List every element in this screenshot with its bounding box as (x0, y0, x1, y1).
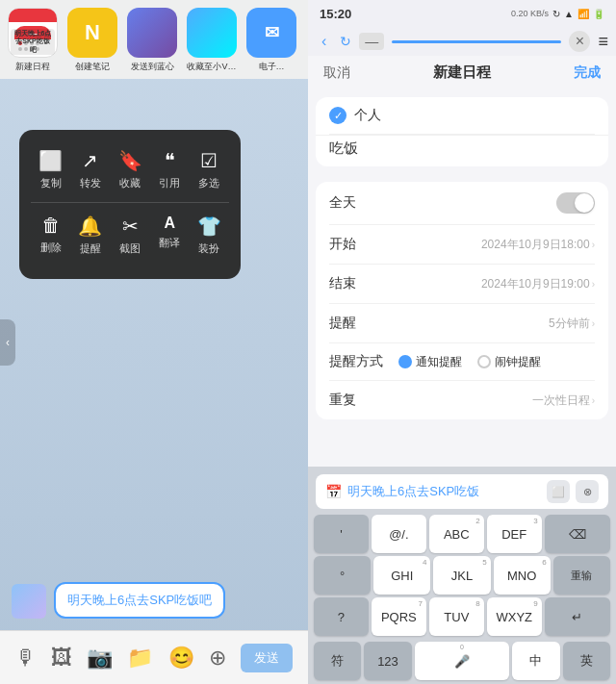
context-quote[interactable]: ❝ 引用 (150, 141, 190, 198)
refresh-small-icon[interactable]: ↻ (340, 34, 351, 49)
keyboard-input-bar: 📅 明天晚上6点去SKP吃饭 ⬜ ⊗ (316, 474, 608, 509)
shortcut-fluid[interactable]: 发送到蓝心 (125, 8, 179, 73)
forward-icon: ↗ (82, 149, 98, 172)
allday-toggle[interactable] (556, 192, 595, 214)
menu-divider (31, 202, 229, 203)
keyboard-close-btn[interactable]: ⊗ (576, 480, 599, 503)
back-icon[interactable]: ‹ (316, 31, 332, 52)
key-enter[interactable]: ↵ (545, 597, 610, 636)
key-wxyz[interactable]: 9 WXYZ (487, 597, 542, 636)
event-title-input[interactable] (329, 140, 595, 157)
context-remind[interactable]: 🔔 提醒 (70, 207, 110, 264)
keyboard-input-icon: 📅 (325, 484, 342, 499)
send-button[interactable]: 发送 (241, 644, 293, 672)
form-row-reminder[interactable]: 提醒 5分钟前 › (316, 304, 608, 342)
app-icons-row: — (6, 8, 302, 73)
key-at[interactable]: @/. (372, 515, 426, 553)
key-backspace[interactable]: ⌫ (545, 515, 610, 553)
radio-notification-label: 通知提醒 (416, 354, 462, 370)
repeat-label: 重复 (329, 392, 356, 409)
key-jkl[interactable]: 5 JKL (433, 556, 490, 595)
context-forward[interactable]: ↗ 转发 (70, 141, 110, 198)
repeat-value: 一次性日程 › (532, 393, 595, 409)
context-copy[interactable]: ⬜ 复制 (31, 141, 70, 198)
remind-label: 提醒 (80, 241, 101, 256)
close-icon[interactable]: × (569, 31, 590, 52)
key-apostrophe[interactable]: ' (314, 515, 369, 553)
multiselect-label: 多选 (198, 176, 219, 190)
shortcut-mail[interactable]: ✉ 电子… (244, 8, 298, 73)
title-input-row (316, 135, 608, 166)
radio-dot-empty (477, 355, 491, 368)
shortcut-calendar[interactable]: — (6, 8, 60, 73)
context-multiselect[interactable]: ☑ 多选 (190, 141, 229, 198)
form-title: 新建日程 (433, 63, 491, 82)
key-def[interactable]: 3 DEF (487, 515, 542, 553)
file-icon[interactable]: 📁 (127, 646, 153, 671)
key-retry[interactable]: 重输 (553, 556, 610, 595)
key-english[interactable]: 英 (563, 642, 610, 680)
delete-icon: 🗑 (41, 215, 61, 237)
form-category-section: ✓ 个人 (316, 97, 608, 166)
key-pqrs[interactable]: 7 PQRS (372, 597, 426, 636)
shortcut-blue-circle[interactable]: 收藏至小V… (185, 8, 239, 73)
keyboard-square-btn[interactable]: ⬜ (547, 480, 570, 503)
allday-label: 全天 (329, 194, 356, 212)
shortcut-notes[interactable]: N 创建笔记 (65, 8, 119, 73)
context-favorite[interactable]: 🔖 收藏 (110, 141, 149, 198)
image-icon[interactable]: 🖼 (51, 646, 72, 671)
copy-label: 复制 (40, 176, 62, 190)
keyboard-row-3: ? 7 PQRS 8 TUV 9 WXYZ ↵ (314, 597, 610, 636)
key-ghi[interactable]: 4 GHI (373, 556, 430, 595)
camera-icon[interactable]: 📷 (87, 646, 113, 671)
remind-icon: 🔔 (78, 215, 102, 238)
key-symbol[interactable]: 符 (314, 642, 361, 680)
form-row-start[interactable]: 开始 2024年10月9日18:00 › (316, 225, 608, 264)
context-translate[interactable]: A 翻译 (150, 207, 190, 264)
reminder-time: 5分钟前 (549, 316, 590, 332)
key-123[interactable]: 123 (364, 642, 411, 680)
multiselect-icon: ☑ (200, 149, 218, 172)
chevron-right-icon: › (592, 240, 595, 250)
minus-icon[interactable]: — (359, 33, 384, 50)
favorite-label: 收藏 (119, 176, 141, 190)
chat-bubble: 明天晚上6点去SKP吃饭吧 (54, 582, 225, 619)
done-button[interactable]: 完成 (574, 64, 601, 82)
emoji-icon[interactable]: 😊 (168, 646, 194, 671)
start-label: 开始 (329, 236, 356, 253)
key-mic[interactable]: 🎤 0 (415, 642, 510, 680)
key-tuv[interactable]: 8 TUV (429, 597, 484, 636)
key-chinese[interactable]: 中 (512, 642, 559, 680)
quote-label: 引用 (159, 176, 180, 190)
keyboard-rows: ' @/. 2 ABC 3 DEF ⌫ ° 4 GHI (312, 515, 612, 680)
mic-icon[interactable]: 🎙 (15, 646, 37, 671)
context-menu-row-1: ⬜ 复制 ↗ 转发 🔖 收藏 ❝ 引用 ☑ 多选 (31, 141, 229, 198)
radio-alarm[interactable]: 闹钟提醒 (477, 354, 541, 370)
key-degree[interactable]: ° (314, 556, 371, 595)
plus-icon[interactable]: ⊕ (209, 646, 226, 671)
keyboard-input-actions: ⬜ ⊗ (547, 480, 599, 503)
shortcut-label-mail: 电子… (259, 61, 285, 73)
cancel-button[interactable]: 取消 (323, 64, 350, 82)
wifi-icon: ▲ (564, 9, 574, 19)
form-row-end[interactable]: 结束 2024年10月9日19:00 › (316, 265, 608, 303)
form-row-allday: 全天 (316, 182, 608, 224)
form-row-repeat[interactable]: 重复 一次性日程 › (316, 381, 608, 419)
hamburger-icon[interactable]: ≡ (598, 32, 608, 52)
context-menu-row-2: 🗑 删除 🔔 提醒 ✂ 截图 A 翻译 👕 装扮 (31, 207, 229, 264)
chevron-right-icon-2: › (592, 279, 595, 290)
context-theme[interactable]: 👕 装扮 (190, 207, 229, 264)
translate-label: 翻译 (159, 236, 180, 250)
left-arrow-icon[interactable]: ‹ (0, 319, 15, 366)
progress-bar (392, 40, 561, 43)
context-delete[interactable]: 🗑 删除 (31, 207, 70, 264)
key-mno[interactable]: 6 MNO (494, 556, 551, 595)
key-abc[interactable]: 2 ABC (429, 515, 484, 553)
context-screenshot[interactable]: ✂ 截图 (110, 207, 149, 264)
chat-text: 明天晚上6点去SKP吃饭吧 (67, 593, 212, 607)
context-menu: ⬜ 复制 ↗ 转发 🔖 收藏 ❝ 引用 ☑ 多选 🗑 (19, 130, 241, 279)
screenshot-icon: ✂ (122, 215, 139, 238)
key-question[interactable]: ? (314, 597, 369, 636)
calendar-nav: ‹ ↻ — × ≡ (308, 27, 616, 56)
radio-notification[interactable]: 通知提醒 (398, 354, 462, 370)
